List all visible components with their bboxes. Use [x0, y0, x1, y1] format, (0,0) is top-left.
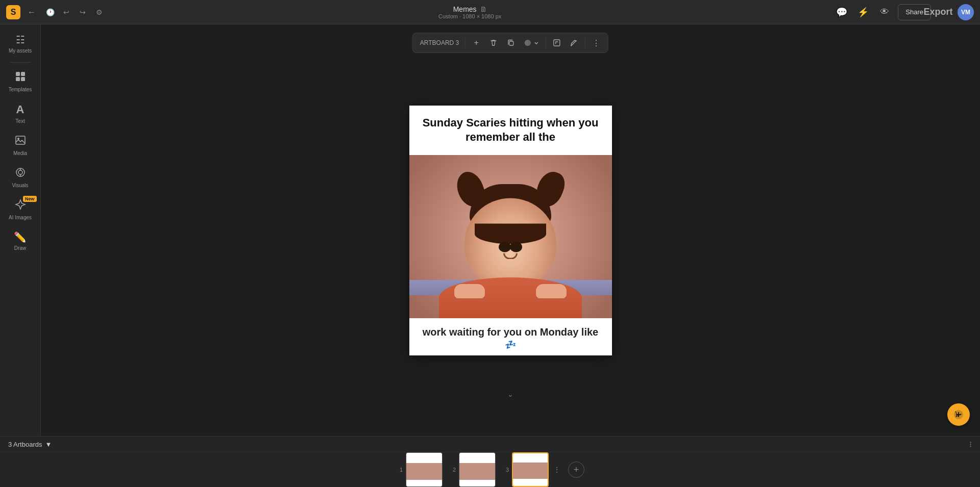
canvas-area: ARTBOARD 3 + ⋮ [41, 24, 980, 436]
artboards-title[interactable]: 3 Artboards ▼ [8, 441, 52, 448]
character-hand-left [454, 284, 485, 298]
background-button[interactable] [521, 35, 543, 50]
more-options-button[interactable]: ⋮ [589, 35, 604, 50]
meme-emoji: 💤 [422, 339, 600, 350]
sidebar-item-ai-images[interactable]: AI Images New [3, 195, 38, 225]
right-float-button[interactable] [947, 403, 970, 426]
bottom-panel: 3 Artboards ▼ ⁝ 1 2 3 ⋮ + [0, 436, 980, 487]
sidebar-item-text-label: Text [15, 118, 24, 124]
svg-rect-3 [21, 77, 25, 81]
sidebar-item-draw[interactable]: ✏️ Draw [3, 227, 38, 255]
text-icon: A [16, 103, 24, 116]
sidebar-item-my-assets-label: My assets [9, 48, 32, 54]
add-artboard-strip-button[interactable]: + [568, 462, 584, 478]
sidebar-item-visuals-label: Visuals [12, 183, 28, 189]
visuals-icon [15, 167, 26, 181]
duplicate-artboard-button[interactable] [503, 35, 519, 50]
back-button[interactable]: ← [24, 5, 39, 19]
document-title-area: Memes 🗎 Custom · 1080 × 1080 px [110, 5, 829, 19]
document-title: Memes 🗎 [453, 5, 487, 13]
sidebar-item-media-label: Media [13, 150, 27, 157]
user-avatar[interactable]: VM [958, 4, 974, 20]
top-bar: S ← 🕐 ↩ ↪ ⚙ Memes 🗎 Custom · 1080 × 1080… [0, 0, 980, 24]
flash-button[interactable]: ⚡ [855, 4, 871, 20]
thumb-image-2[interactable] [459, 452, 496, 487]
svg-rect-11 [509, 41, 513, 45]
svg-point-7 [18, 170, 22, 174]
artboard-thumb-3[interactable]: 3 ⋮ [502, 452, 562, 487]
toolbar-divider-3 [585, 38, 585, 48]
settings-button[interactable]: ⚙ [92, 5, 106, 19]
svg-point-5 [17, 138, 19, 140]
meme-image [409, 155, 612, 318]
history-controls: 🕐 ↩ ↪ ⚙ [43, 5, 106, 19]
thumb-more-button[interactable]: ⋮ [552, 465, 562, 475]
sidebar-item-visuals[interactable]: Visuals [3, 163, 38, 193]
media-icon [15, 135, 26, 148]
undo-button[interactable]: ↩ [59, 5, 74, 19]
svg-rect-1 [21, 72, 25, 76]
export-button[interactable]: Export ▼ [936, 4, 952, 20]
toolbar-divider-2 [546, 38, 546, 48]
meme-top-text[interactable]: Sunday Scaries hitting when you remember… [409, 106, 612, 155]
resize-button[interactable] [549, 35, 565, 50]
thumb-number-2: 2 [449, 467, 456, 473]
character-face [464, 198, 556, 290]
draw-icon: ✏️ [14, 231, 27, 243]
toolbar-divider [465, 38, 465, 48]
meme-image-inner [409, 155, 612, 318]
thumb-number-3: 3 [502, 467, 509, 473]
artboard-toolbar: ARTBOARD 3 + ⋮ [412, 33, 608, 53]
thumb-image-1[interactable] [406, 452, 443, 487]
artboard-container: Sunday Scaries hitting when you remember… [41, 24, 980, 436]
templates-icon: ​ [15, 71, 26, 85]
artboards-header: 3 Artboards ▼ ⁝ [0, 437, 980, 452]
topbar-right-controls: 💬 ⚡ 👁 Share Export ▼ VM [834, 4, 974, 20]
left-sidebar: ☷ My assets ​ Templates A Text Media Vis… [0, 24, 41, 436]
canvas-expand-button[interactable]: ⌄ [503, 389, 518, 399]
thumb-inner-1 [406, 453, 442, 486]
sidebar-divider [10, 62, 31, 63]
character-eye-left [499, 242, 511, 252]
sidebar-item-ai-images-label: AI Images [9, 215, 32, 221]
history-clock-button[interactable]: 🕐 [43, 5, 57, 19]
artboard-label: ARTBOARD 3 [417, 39, 462, 46]
svg-rect-13 [554, 40, 560, 46]
character-hands [454, 278, 567, 298]
preview-button[interactable]: 👁 [876, 4, 893, 20]
thumb-inner-3 [513, 453, 548, 486]
new-badge: New [23, 196, 37, 202]
sidebar-item-my-assets[interactable]: ☷ My assets [3, 30, 38, 58]
delete-artboard-button[interactable] [486, 35, 501, 50]
artboards-grid-button[interactable]: ⁝ [969, 440, 972, 449]
artboard[interactable]: Sunday Scaries hitting when you remember… [409, 106, 612, 355]
artboard-thumb-1[interactable]: 1 [396, 452, 443, 487]
sidebar-item-text[interactable]: A Text [3, 99, 38, 129]
svg-rect-2 [16, 77, 20, 81]
thumb-number-1: 1 [396, 467, 403, 473]
svg-rect-4 [16, 136, 25, 144]
meme-bottom-text[interactable]: work waiting for you on Monday like 💤 [409, 318, 612, 355]
artboard-thumb-2[interactable]: 2 [449, 452, 496, 487]
character-bangs [475, 223, 546, 244]
thumb-image-3[interactable] [512, 452, 549, 487]
my-assets-icon: ☷ [16, 34, 25, 46]
style-button[interactable] [567, 35, 582, 50]
chat-button[interactable]: 💬 [834, 4, 850, 20]
sidebar-item-templates[interactable]: ​ Templates [3, 67, 38, 97]
svg-rect-0 [16, 72, 20, 76]
character-mouth [503, 253, 518, 259]
app-logo: S [6, 5, 20, 19]
sidebar-item-media[interactable]: Media [3, 131, 38, 161]
sidebar-item-draw-label: Draw [14, 245, 26, 251]
main-area: ☷ My assets ​ Templates A Text Media Vis… [0, 24, 980, 436]
thumb-inner-2 [459, 453, 495, 486]
add-artboard-button[interactable]: + [469, 35, 484, 50]
redo-button[interactable]: ↪ [76, 5, 90, 19]
document-subtitle: Custom · 1080 × 1080 px [438, 13, 501, 19]
sidebar-item-templates-label: Templates [9, 87, 32, 93]
character-eye-right [510, 242, 522, 252]
artboards-strip: 1 2 3 ⋮ + [0, 452, 980, 487]
title-edit-icon[interactable]: 🗎 [480, 5, 487, 13]
character-hand-right [536, 284, 567, 298]
